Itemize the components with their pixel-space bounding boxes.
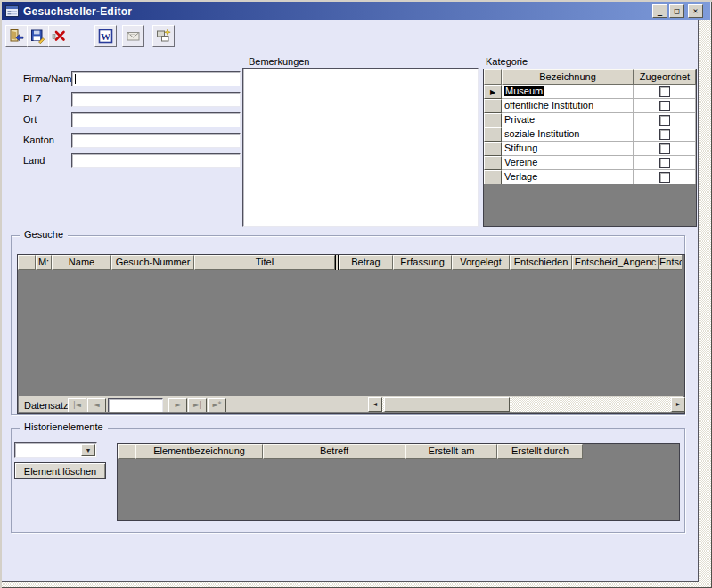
- kategorie-cell-bezeichnung[interactable]: Stiftung: [502, 142, 634, 156]
- land-input[interactable]: [71, 153, 241, 168]
- scroll-left-button[interactable]: ◄: [368, 397, 382, 412]
- record-selector[interactable]: [484, 156, 502, 170]
- field-label-kanton: Kanton: [23, 135, 54, 147]
- gesuche-col-m[interactable]: M:: [36, 255, 52, 270]
- firma-name-input[interactable]: [71, 71, 241, 86]
- historien-header-filler: [583, 444, 679, 459]
- save-button[interactable]: [27, 25, 49, 47]
- record-selector[interactable]: [484, 142, 502, 156]
- first-record-button[interactable]: |◄: [68, 398, 86, 412]
- next-record-button[interactable]: ►: [168, 398, 187, 412]
- zugeordnet-checkbox[interactable]: [659, 101, 670, 111]
- gesuche-col-entsc[interactable]: Entsc: [659, 255, 682, 270]
- kategorie-row[interactable]: soziale Institution: [484, 127, 696, 142]
- gesuche-col-entscheid-angenommen[interactable]: Entscheid_Angenc: [572, 255, 659, 270]
- historienelemente-legend: Historienelemente: [20, 421, 108, 434]
- kategorie-row[interactable]: öffentliche Institution: [484, 99, 696, 113]
- gesuche-col-betrag[interactable]: Betrag: [339, 255, 393, 270]
- kategorie-row[interactable]: Stiftung: [484, 142, 696, 156]
- kanton-input[interactable]: [71, 133, 241, 148]
- gesuche-legend: Gesuche: [20, 229, 68, 241]
- gesuche-col-vorgelegt[interactable]: Vorgelegt: [452, 255, 510, 270]
- exit-button[interactable]: [5, 25, 28, 47]
- maximize-button[interactable]: □: [669, 4, 684, 18]
- zugeordnet-checkbox[interactable]: [659, 115, 670, 126]
- field-label-ort: Ort: [23, 114, 37, 127]
- window-controls: _ □ ✕: [651, 4, 703, 18]
- previous-record-button[interactable]: ◄: [87, 398, 106, 412]
- kategorie-cell-bezeichnung[interactable]: soziale Institution: [502, 127, 634, 142]
- kategorie-cell-bezeichnung[interactable]: Private: [502, 113, 634, 127]
- kategorie-row[interactable]: Vereine: [484, 156, 696, 170]
- titlebar[interactable]: Gesuchsteller-Editor _ □ ✕: [2, 2, 710, 20]
- toolbar-divider: [2, 53, 698, 54]
- zugeordnet-checkbox[interactable]: [659, 158, 670, 168]
- plz-input[interactable]: [71, 92, 241, 107]
- historien-col-erstellt-am[interactable]: Erstellt am: [405, 444, 497, 459]
- scroll-right-button[interactable]: ►: [671, 397, 685, 412]
- word-export-button[interactable]: W: [94, 25, 117, 47]
- new-record-button[interactable]: ►*: [208, 398, 226, 412]
- kategorie-cell-bezeichnung[interactable]: öffentliche Institution: [502, 99, 634, 113]
- minimize-button[interactable]: _: [652, 4, 667, 18]
- kategorie-row[interactable]: Verlage: [484, 170, 696, 184]
- record-selector[interactable]: [484, 99, 502, 113]
- record-position-input[interactable]: [108, 398, 163, 412]
- gesuche-col-erfassung[interactable]: Erfassung: [393, 255, 452, 270]
- gesuche-col-name[interactable]: Name: [52, 255, 111, 270]
- zugeordnet-checkbox[interactable]: [659, 143, 670, 154]
- combobox-dropdown-icon[interactable]: ▼: [81, 444, 95, 456]
- kategorie-datasheet: Bezeichnung Zugeordnet ▶ Museum öffentli…: [483, 69, 697, 227]
- new-element-button[interactable]: [152, 25, 175, 47]
- last-record-button[interactable]: ►|: [188, 398, 207, 412]
- kategorie-cell-zugeordnet: [634, 156, 696, 170]
- kategorie-cell-zugeordnet: [634, 99, 696, 113]
- field-label-firma-name: Firma/Name: [23, 73, 78, 86]
- gesuche-record-navigation: Datensatz: |◄ ◄ ► ►| ►* ◄ ►: [19, 396, 683, 412]
- historien-col-erstellt-durch[interactable]: Erstellt durch: [497, 444, 583, 459]
- kategorie-cell-bezeichnung[interactable]: Verlage: [502, 170, 634, 184]
- zugeordnet-checkbox[interactable]: [659, 172, 670, 183]
- kategorie-cell-bezeichnung[interactable]: Vereine: [502, 156, 634, 170]
- window-vertical-scrollbar[interactable]: [699, 20, 711, 582]
- kategorie-cell-bezeichnung[interactable]: Museum: [502, 85, 634, 99]
- toolbar: W: [2, 20, 698, 53]
- zugeordnet-checkbox[interactable]: [659, 86, 670, 97]
- historien-combobox[interactable]: ▼: [14, 442, 97, 458]
- record-selector[interactable]: [484, 170, 502, 184]
- bemerkungen-textarea[interactable]: [242, 68, 479, 227]
- historien-selector-header: [118, 444, 135, 459]
- scrollbar-thumb[interactable]: [384, 397, 510, 412]
- word-icon: W: [98, 29, 113, 44]
- gesuche-empty-body: [18, 270, 684, 396]
- datensatz-label: Datensatz:: [24, 400, 71, 411]
- gesuche-col-entschieden[interactable]: Entschieden: [510, 255, 572, 270]
- historien-col-betreff[interactable]: Betreff: [263, 444, 405, 459]
- delete-record-icon: [52, 29, 67, 44]
- gesuche-selector-header: [18, 255, 36, 270]
- zugeordnet-checkbox[interactable]: [659, 129, 670, 140]
- record-selector-arrow[interactable]: ▶: [484, 85, 502, 99]
- kategorie-row[interactable]: Private: [484, 113, 696, 127]
- text-cursor: [75, 74, 76, 84]
- kategorie-col-bezeichnung[interactable]: Bezeichnung: [502, 69, 634, 85]
- gesuche-col-titel[interactable]: Titel: [194, 255, 335, 270]
- record-selector[interactable]: [484, 127, 502, 142]
- kategorie-cell-zugeordnet: [634, 127, 696, 142]
- ort-input[interactable]: [71, 112, 241, 127]
- mail-button[interactable]: [122, 25, 144, 47]
- kategorie-row[interactable]: ▶ Museum: [484, 85, 696, 99]
- gesuche-col-gesuch-nummer[interactable]: Gesuch-Nummer: [111, 255, 194, 270]
- historien-header-row: Elementbezeichnung Betreff Erstellt am E…: [118, 444, 679, 459]
- delete-button[interactable]: [48, 25, 70, 47]
- record-selector[interactable]: [484, 113, 502, 127]
- gesuche-header-row: M: Name Gesuch-Nummer Titel Betrag Erfas…: [18, 255, 684, 270]
- historien-col-elementbezeichnung[interactable]: Elementbezeichnung: [135, 444, 263, 459]
- gesuchsteller-editor-window: Gesuchsteller-Editor _ □ ✕: [0, 0, 712, 588]
- kategorie-col-zugeordnet[interactable]: Zugeordnet: [634, 69, 696, 85]
- window-title: Gesuchsteller-Editor: [23, 5, 132, 18]
- element-loeschen-button[interactable]: Element löschen: [14, 462, 106, 479]
- bemerkungen-label: Bemerkungen: [249, 56, 310, 69]
- historien-empty-body: [118, 459, 679, 520]
- close-button[interactable]: ✕: [688, 4, 703, 18]
